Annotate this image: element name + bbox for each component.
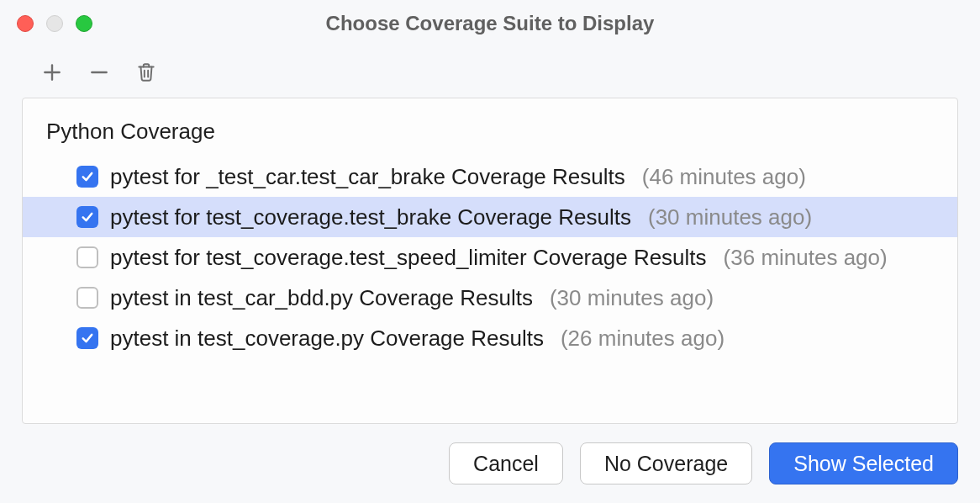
traffic-lights — [17, 15, 92, 32]
dialog-buttons: Cancel No Coverage Show Selected — [0, 424, 980, 503]
suite-checkbox[interactable] — [76, 287, 98, 309]
delete-button[interactable] — [134, 61, 158, 84]
toolbar — [0, 47, 980, 98]
minimize-window-button[interactable] — [46, 15, 63, 32]
plus-icon — [41, 61, 63, 83]
minus-icon — [88, 61, 110, 83]
suite-label: pytest in test_coverage.py Coverage Resu… — [110, 326, 544, 352]
cancel-button[interactable]: Cancel — [449, 442, 563, 484]
coverage-dialog: Choose Coverage Suite to Display Python … — [0, 0, 980, 503]
suite-label: pytest for test_coverage.test_speed_limi… — [110, 245, 707, 271]
add-button[interactable] — [40, 61, 64, 84]
checkmark-icon — [80, 169, 95, 184]
suite-row[interactable]: pytest for test_coverage.test_brake Cove… — [23, 197, 957, 237]
suite-time: (26 minutes ago) — [561, 326, 724, 352]
suite-time: (30 minutes ago) — [648, 204, 812, 230]
maximize-window-button[interactable] — [76, 15, 92, 32]
suite-row[interactable]: pytest in test_coverage.py Coverage Resu… — [23, 318, 957, 358]
suite-checkbox[interactable] — [76, 166, 98, 188]
checkmark-icon — [80, 209, 95, 225]
dialog-title: Choose Coverage Suite to Display — [0, 12, 980, 35]
close-window-button[interactable] — [17, 15, 34, 32]
trash-icon — [135, 61, 157, 83]
suite-row[interactable]: pytest for test_coverage.test_speed_limi… — [23, 237, 957, 278]
coverage-suite-list: Python Coverage pytest for _test_car.tes… — [22, 98, 958, 424]
suite-checkbox[interactable] — [76, 246, 98, 268]
suite-time: (30 minutes ago) — [550, 285, 714, 311]
suite-row[interactable]: pytest for _test_car.test_car_brake Cove… — [23, 156, 957, 197]
titlebar: Choose Coverage Suite to Display — [0, 0, 980, 47]
suite-time: (36 minutes ago) — [724, 245, 888, 271]
suite-checkbox[interactable] — [76, 327, 98, 349]
suite-time: (46 minutes ago) — [642, 164, 806, 190]
checkmark-icon — [80, 331, 95, 346]
show-selected-button[interactable]: Show Selected — [769, 442, 958, 484]
suite-label: pytest for _test_car.test_car_brake Cove… — [110, 164, 625, 190]
suite-row[interactable]: pytest in test_car_bdd.py Coverage Resul… — [23, 278, 957, 318]
suite-label: pytest for test_coverage.test_brake Cove… — [110, 204, 631, 230]
suite-label: pytest in test_car_bdd.py Coverage Resul… — [110, 285, 533, 311]
suite-checkbox[interactable] — [76, 206, 98, 228]
group-header: Python Coverage — [23, 114, 957, 156]
no-coverage-button[interactable]: No Coverage — [580, 442, 752, 484]
remove-button[interactable] — [87, 61, 111, 84]
